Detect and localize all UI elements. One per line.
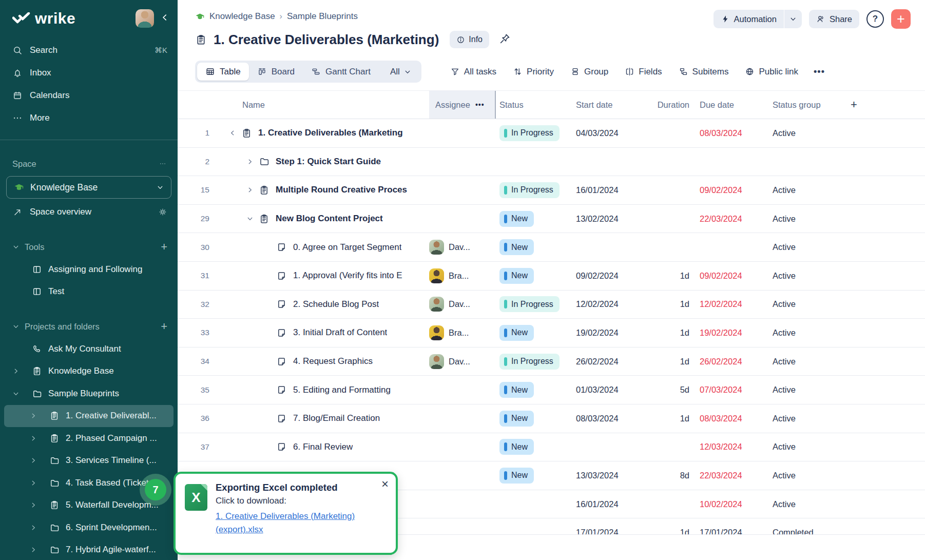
- status-cell[interactable]: New: [496, 325, 569, 341]
- duration-column-header[interactable]: Duration: [646, 100, 692, 110]
- status-cell[interactable]: In Progress: [496, 182, 569, 198]
- tree-item-chevron[interactable]: [30, 501, 43, 509]
- status-cell[interactable]: New: [496, 239, 569, 255]
- task-name[interactable]: 6. Final Review: [293, 442, 353, 452]
- table-row[interactable]: 29 New Blog Content Project New 13/02/20…: [178, 205, 925, 234]
- status-pill[interactable]: New: [499, 211, 534, 227]
- task-name[interactable]: 7. Blog/Email Creation: [293, 413, 380, 423]
- info-button[interactable]: Info: [450, 31, 489, 48]
- share-button[interactable]: Share: [809, 10, 859, 28]
- sidebar-item-3-services-timeline[interactable]: 3. Services Timeline (...: [0, 450, 178, 472]
- status-group-cell[interactable]: Active: [765, 128, 842, 138]
- due-date-cell[interactable]: 12/02/2024: [692, 299, 765, 309]
- status-column-header[interactable]: Status: [496, 100, 569, 110]
- breadcrumb-knowledge-base[interactable]: Knowledge Base: [209, 11, 275, 22]
- start-date-column-header[interactable]: Start date: [569, 100, 646, 110]
- task-name[interactable]: New Blog Content Project: [276, 214, 383, 224]
- close-icon[interactable]: ×: [381, 478, 389, 490]
- sidebar-item-calendars[interactable]: Calendars: [0, 84, 178, 107]
- due-date-cell[interactable]: 22/03/2024: [692, 214, 765, 224]
- due-date-cell[interactable]: 08/03/2024: [692, 128, 765, 138]
- row-expand-chevron[interactable]: [246, 158, 259, 165]
- toolbar-group[interactable]: Group: [570, 67, 608, 77]
- status-group-cell[interactable]: Active: [765, 471, 842, 480]
- status-pill[interactable]: In Progress: [499, 354, 560, 370]
- sidebar-item-2-phased-campaign[interactable]: 2. Phased Campaign ...: [0, 427, 178, 450]
- sidebar-section-header[interactable]: Projects and folders +: [0, 315, 178, 338]
- status-group-cell[interactable]: Active: [765, 242, 842, 252]
- pin-button[interactable]: [499, 33, 511, 47]
- tree-item-chevron[interactable]: [30, 479, 43, 487]
- sidebar-item-7-hybrid-agile-waterf[interactable]: 7. Hybrid Agile-waterf...: [0, 539, 178, 560]
- status-cell[interactable]: In Progress: [496, 296, 569, 312]
- due-date-cell[interactable]: 26/02/2024: [692, 357, 765, 366]
- status-group-cell[interactable]: Active: [765, 299, 842, 309]
- duration-cell[interactable]: 1d: [646, 357, 692, 366]
- due-date-column-header[interactable]: Due date: [692, 100, 765, 110]
- status-pill[interactable]: New: [499, 268, 534, 284]
- task-name[interactable]: 4. Request Graphics: [293, 356, 373, 366]
- tab-gantt-chart[interactable]: Gantt Chart: [303, 63, 379, 81]
- start-date-cell[interactable]: 19/02/2024: [569, 328, 646, 338]
- status-cell[interactable]: New: [496, 382, 569, 398]
- due-date-cell[interactable]: 08/03/2024: [692, 414, 765, 423]
- tree-item-chevron[interactable]: [12, 368, 26, 375]
- gear-icon[interactable]: [158, 207, 167, 217]
- sidebar-collapse-button[interactable]: [160, 13, 169, 24]
- name-column-header[interactable]: Name: [224, 100, 429, 110]
- section-add-icon[interactable]: +: [161, 320, 167, 333]
- duration-cell[interactable]: 5d: [646, 385, 692, 395]
- table-row[interactable]: 2 Step 1: Quick Start Guide: [178, 148, 925, 177]
- table-row[interactable]: 15 Multiple Round Creative Proces In Pro…: [178, 176, 925, 205]
- status-cell[interactable]: New: [496, 411, 569, 427]
- user-avatar[interactable]: [136, 9, 154, 28]
- sidebar-section-header[interactable]: Tools +: [0, 236, 178, 258]
- status-group-cell[interactable]: Active: [765, 499, 842, 509]
- table-row[interactable]: 30 0. Agree on Target Segment Dav... New…: [178, 233, 925, 262]
- status-group-cell[interactable]: Active: [765, 442, 842, 452]
- tree-item-chevron[interactable]: [30, 524, 43, 531]
- table-row[interactable]: 35 5. Editing and Formatting New 01/03/2…: [178, 376, 925, 404]
- duration-cell[interactable]: 1d: [646, 299, 692, 309]
- space-more-icon[interactable]: [158, 160, 167, 167]
- status-pill[interactable]: New: [499, 239, 534, 255]
- task-name[interactable]: 5. Editing and Formatting: [293, 385, 391, 395]
- status-group-cell[interactable]: Active: [765, 328, 842, 338]
- toolbar-priority[interactable]: Priority: [513, 67, 554, 77]
- sidebar-item-assigning-and-following[interactable]: Assigning and Following: [0, 258, 178, 281]
- status-cell[interactable]: In Progress: [496, 354, 569, 370]
- download-export-link[interactable]: 1. Creative Deliverables (Marketing) (ex…: [216, 510, 370, 537]
- views-all-dropdown[interactable]: All: [379, 67, 419, 77]
- sidebar-item-more[interactable]: More: [0, 107, 178, 129]
- assignee-header-menu[interactable]: •••: [475, 101, 485, 109]
- sidebar-item-6-sprint-developmen[interactable]: 6. Sprint Developmen...: [0, 516, 178, 539]
- table-row[interactable]: 32 2. Schedule Blog Post Dav... In Progr…: [178, 291, 925, 319]
- toolbar-more-button[interactable]: •••: [814, 66, 825, 77]
- due-date-cell[interactable]: 09/02/2024: [692, 271, 765, 281]
- sidebar-item-inbox[interactable]: Inbox: [0, 62, 178, 84]
- tree-item-chevron[interactable]: [30, 457, 43, 464]
- status-group-cell[interactable]: Active: [765, 357, 842, 366]
- toolbar-all-tasks[interactable]: All tasks: [450, 67, 496, 77]
- tab-table[interactable]: Table: [197, 63, 249, 81]
- row-expand-chevron[interactable]: [229, 129, 241, 137]
- sidebar-item-test[interactable]: Test: [0, 281, 178, 303]
- task-name[interactable]: 2. Schedule Blog Post: [293, 299, 379, 310]
- due-date-cell[interactable]: 10/02/2024: [692, 499, 765, 509]
- sidebar-item-sample-blueprints[interactable]: Sample Blueprints: [0, 382, 178, 405]
- space-selector[interactable]: Knowledge Base: [6, 176, 171, 199]
- sidebar-item-search[interactable]: Search ⌘K: [0, 39, 178, 62]
- status-group-cell[interactable]: Active: [765, 385, 842, 395]
- start-date-cell[interactable]: 04/03/2024: [569, 128, 646, 138]
- duration-cell[interactable]: 1d: [646, 414, 692, 423]
- sidebar-item-knowledge-base[interactable]: Knowledge Base: [0, 360, 178, 383]
- tree-item-chevron[interactable]: [30, 412, 43, 419]
- task-name[interactable]: 1. Creative Deliverables (Marketing: [258, 128, 403, 138]
- create-new-button[interactable]: +: [891, 9, 911, 29]
- duration-cell[interactable]: 1d: [646, 271, 692, 281]
- status-pill[interactable]: New: [499, 382, 534, 398]
- sidebar-item-1-creative-deliverabl[interactable]: 1. Creative Deliverabl...: [4, 405, 174, 428]
- toolbar-subitems[interactable]: Subitems: [679, 67, 729, 77]
- assignee-cell[interactable]: Bra...: [429, 325, 496, 340]
- task-name[interactable]: Multiple Round Creative Proces: [276, 185, 407, 195]
